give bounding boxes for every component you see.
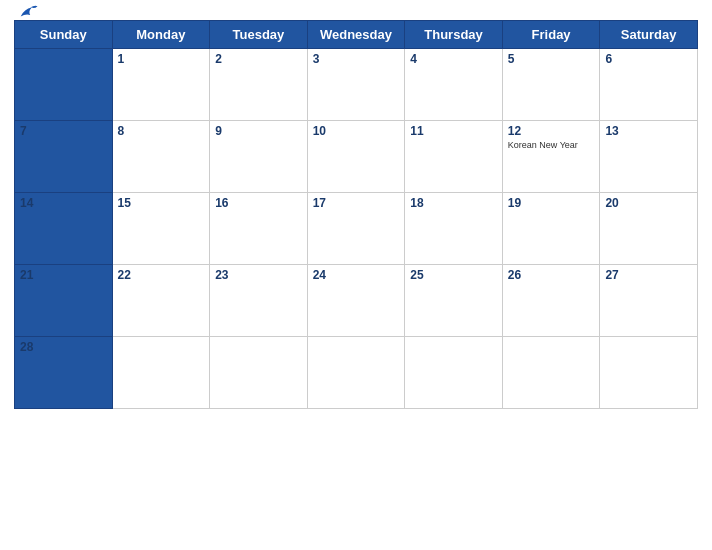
date-number: 27 [605,268,692,282]
day-header-monday: Monday [112,21,210,49]
calendar-wrapper: SundayMondayTuesdayWednesdayThursdayFrid… [0,0,712,550]
week-row-1: 123456 [15,49,698,121]
calendar-cell: 27 [600,265,698,337]
day-header-row: SundayMondayTuesdayWednesdayThursdayFrid… [15,21,698,49]
calendar-cell: 1 [112,49,210,121]
date-number: 24 [313,268,400,282]
calendar-cell: 19 [502,193,600,265]
date-number: 20 [605,196,692,210]
calendar-cell [502,337,600,409]
date-number: 19 [508,196,595,210]
date-number: 8 [118,124,205,138]
day-header-saturday: Saturday [600,21,698,49]
calendar-cell: 15 [112,193,210,265]
calendar-cell: 9 [210,121,308,193]
calendar-cell [307,337,405,409]
logo-bird-icon [17,3,39,21]
calendar-cell: 22 [112,265,210,337]
date-number: 4 [410,52,497,66]
calendar-cell: 7 [15,121,113,193]
day-header-tuesday: Tuesday [210,21,308,49]
date-number: 12 [508,124,595,138]
date-number: 15 [118,196,205,210]
calendar-cell: 8 [112,121,210,193]
calendar-cell: 24 [307,265,405,337]
calendar-cell: 11 [405,121,503,193]
calendar-cell: 25 [405,265,503,337]
date-number: 26 [508,268,595,282]
date-number: 17 [313,196,400,210]
week-row-5: 28 [15,337,698,409]
date-number: 2 [215,52,302,66]
calendar-cell: 6 [600,49,698,121]
day-header-sunday: Sunday [15,21,113,49]
calendar-cell: 14 [15,193,113,265]
date-number: 22 [118,268,205,282]
calendar-cell: 5 [502,49,600,121]
day-header-thursday: Thursday [405,21,503,49]
date-number: 10 [313,124,400,138]
week-row-4: 21222324252627 [15,265,698,337]
date-number: 25 [410,268,497,282]
date-number: 7 [20,124,107,138]
date-number: 28 [20,340,107,354]
date-number: 16 [215,196,302,210]
date-number: 18 [410,196,497,210]
calendar-cell: 4 [405,49,503,121]
date-number: 21 [20,268,107,282]
calendar-cell: 3 [307,49,405,121]
week-row-3: 14151617181920 [15,193,698,265]
calendar-cell: 12Korean New Year [502,121,600,193]
calendar-cell: 28 [15,337,113,409]
calendar-cell [600,337,698,409]
date-number: 6 [605,52,692,66]
calendar-cell [15,49,113,121]
calendar-cell [210,337,308,409]
date-number: 13 [605,124,692,138]
event-label: Korean New Year [508,140,595,150]
day-header-friday: Friday [502,21,600,49]
calendar-cell: 10 [307,121,405,193]
calendar-cell: 2 [210,49,308,121]
calendar-cell [405,337,503,409]
calendar-cell: 23 [210,265,308,337]
calendar-cell: 18 [405,193,503,265]
date-number: 23 [215,268,302,282]
calendar-cell: 17 [307,193,405,265]
date-number: 3 [313,52,400,66]
calendar-cell [112,337,210,409]
date-number: 1 [118,52,205,66]
date-number: 9 [215,124,302,138]
calendar-cell: 13 [600,121,698,193]
day-header-wednesday: Wednesday [307,21,405,49]
date-number: 11 [410,124,497,138]
calendar-cell: 16 [210,193,308,265]
logo [14,3,39,21]
calendar-cell: 21 [15,265,113,337]
calendar-table: SundayMondayTuesdayWednesdayThursdayFrid… [14,20,698,409]
calendar-cell: 26 [502,265,600,337]
calendar-cell: 20 [600,193,698,265]
date-number: 5 [508,52,595,66]
date-number: 14 [20,196,107,210]
week-row-2: 789101112Korean New Year13 [15,121,698,193]
